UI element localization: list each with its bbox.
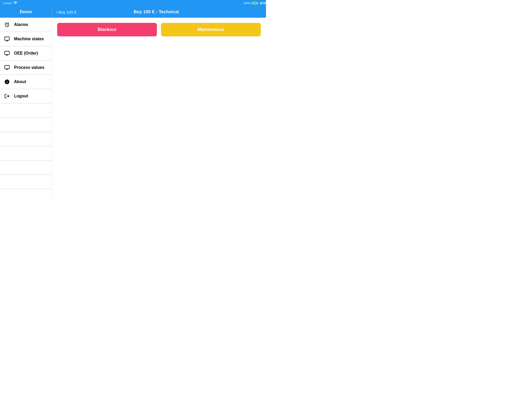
sidebar-item-machine-states[interactable]: Machine states [0,32,52,46]
maintenance-button[interactable]: Maintenance [161,23,261,36]
alarm-icon [4,22,10,28]
monitor-icon-1 [4,36,10,42]
svg-line-2 [7,25,8,25]
nav-left-panel: Demo [0,6,52,18]
nav-right-panel: ‹ Boy 100 E Boy 100 E - Technical [52,6,266,18]
status-bar: Carrier 8:55 AM 100% ⚡ [0,0,266,6]
content-area: Blackout Maintenance [52,18,266,200]
sidebar-item-alarms[interactable]: Alarms [0,18,52,32]
monitor-icon-2 [4,50,10,56]
svg-text:i: i [6,80,8,84]
svg-rect-5 [5,37,9,40]
sidebar-empty-1 [0,103,52,118]
sidebar-empty-2 [0,118,52,132]
sidebar-item-logout-label: Logout [14,94,28,98]
back-chevron-icon: ‹ [56,10,58,14]
sidebar-item-about-label: About [14,79,26,84]
status-bar-right: 100% ⚡ [243,2,263,5]
svg-rect-8 [5,51,9,55]
sidebar-empty-6 [0,175,52,189]
wifi-icon [14,1,17,5]
sidebar-item-oee-order[interactable]: OEE (Order) [0,46,52,61]
blackout-button[interactable]: Blackout [57,23,157,36]
sidebar: Alarms Machine states OEE (Order) [0,18,52,200]
status-bar-time: 8:55 AM [261,2,266,5]
sidebar-empty-7 [0,189,52,200]
status-bar-left: Carrier [3,1,17,5]
sidebar-item-oee-order-label: OEE (Order) [14,51,38,56]
main-layout: Alarms Machine states OEE (Order) [0,18,266,200]
sidebar-item-alarms-label: Alarms [14,22,28,27]
sidebar-item-process-values[interactable]: Process values [0,61,52,75]
info-icon: i [4,79,10,85]
sidebar-empty-3 [0,132,52,146]
sidebar-item-logout[interactable]: Logout [0,89,52,103]
page-title: Boy 100 E - Technical [77,9,236,15]
monitor-icon-3 [4,65,10,70]
svg-line-3 [5,23,6,23]
battery-icon [252,2,258,4]
svg-rect-11 [5,65,9,69]
logout-icon [4,93,10,99]
back-label: Boy 100 E [59,10,77,14]
sidebar-empty-4 [0,146,52,161]
sidebar-item-process-values-label: Process values [14,65,44,70]
sidebar-empty-5 [0,161,52,175]
nav-left-title: Demo [20,9,32,15]
svg-line-4 [8,23,9,23]
sidebar-item-machine-states-label: Machine states [14,37,44,41]
nav-back-button[interactable]: ‹ Boy 100 E [56,10,77,14]
battery-percent: 100% [243,2,251,5]
action-buttons: Blackout Maintenance [57,23,261,36]
sidebar-item-about[interactable]: i About [0,75,52,89]
nav-bar: Demo ‹ Boy 100 E Boy 100 E - Technical [0,6,266,18]
carrier-label: Carrier [3,2,12,5]
